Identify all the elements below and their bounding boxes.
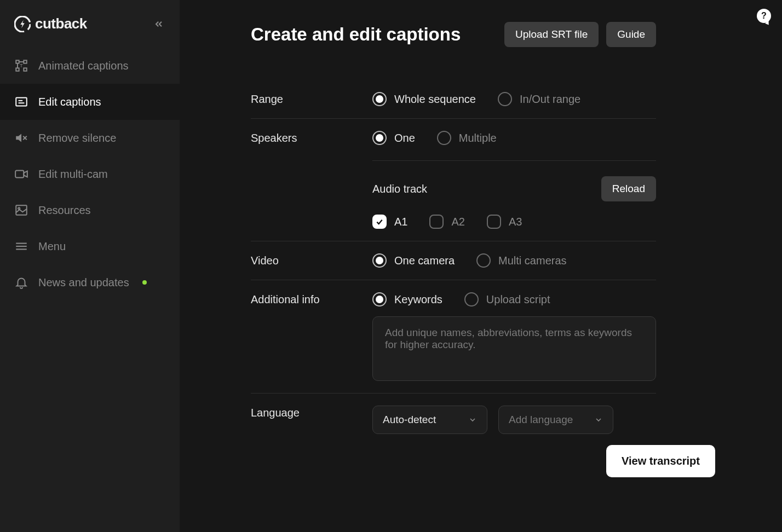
audio-track-label: Audio track — [372, 183, 427, 195]
radio-icon — [437, 131, 451, 145]
keywords-textarea[interactable] — [372, 316, 656, 381]
mute-icon — [14, 131, 28, 145]
checkbox-icon — [372, 215, 387, 229]
radio-icon — [372, 292, 387, 307]
language-add-select[interactable]: Add language — [498, 406, 613, 434]
main-panel: Create and edit captions Upload SRT file… — [180, 0, 782, 532]
bell-icon — [14, 275, 28, 290]
view-transcript-button[interactable]: View transcript — [606, 445, 715, 477]
svg-marker-11 — [16, 134, 21, 142]
sidebar-item-label: Remove silence — [38, 132, 116, 144]
sidebar-item-animated-captions[interactable]: T Animated captions — [0, 48, 180, 84]
logo-text: cutback — [35, 15, 87, 32]
image-icon — [14, 203, 28, 217]
checkbox-icon — [429, 215, 444, 229]
radio-label: Whole sequence — [394, 93, 476, 106]
audio-track-a2[interactable]: A2 — [429, 215, 464, 229]
chevron-down-icon — [594, 415, 603, 424]
sidebar-item-label: Menu — [38, 240, 66, 253]
radio-icon — [464, 292, 479, 307]
speakers-one-option[interactable]: One — [372, 131, 415, 145]
radio-icon — [498, 92, 512, 106]
audio-track-a3[interactable]: A3 — [487, 215, 522, 229]
sidebar-item-remove-silence[interactable]: Remove silence — [0, 120, 180, 156]
notification-dot-icon — [142, 280, 147, 285]
speakers-label: Speakers — [251, 131, 372, 144]
animated-captions-icon: T — [14, 59, 28, 73]
radio-icon — [372, 253, 387, 268]
additional-keywords-option[interactable]: Keywords — [372, 292, 442, 307]
select-value: Add language — [509, 414, 573, 426]
checkbox-icon — [487, 215, 501, 229]
speakers-multiple-option[interactable]: Multiple — [437, 131, 497, 145]
sidebar-item-label: Edit multi-cam — [38, 168, 108, 181]
sidebar-item-news[interactable]: News and updates — [0, 264, 180, 300]
sidebar-item-menu[interactable]: Menu — [0, 228, 180, 264]
checkbox-label: A1 — [394, 216, 407, 228]
video-section: Video One camera Multi cameras — [251, 241, 656, 280]
sidebar-item-resources[interactable]: Resources — [0, 192, 180, 228]
language-primary-select[interactable]: Auto-detect — [372, 406, 487, 434]
audio-track-a1[interactable]: A1 — [372, 215, 407, 229]
svg-rect-8 — [16, 97, 27, 106]
sidebar-item-label: Resources — [38, 204, 91, 217]
page-header: Create and edit captions Upload SRT file… — [251, 22, 656, 47]
language-section: Language Auto-detect Add language — [251, 394, 656, 446]
radio-label: Multiple — [459, 132, 497, 144]
sidebar-item-edit-multicam[interactable]: Edit multi-cam — [0, 156, 180, 192]
chevron-down-icon — [468, 415, 477, 424]
upload-srt-button[interactable]: Upload SRT file — [504, 22, 599, 47]
radio-label: Multi cameras — [498, 255, 566, 267]
video-label: Video — [251, 253, 372, 267]
svg-rect-2 — [24, 60, 26, 63]
svg-rect-14 — [15, 171, 24, 178]
chevron-double-left-icon — [153, 19, 164, 30]
guide-button[interactable]: Guide — [606, 22, 656, 47]
additional-info-label: Additional info — [251, 292, 372, 306]
edit-captions-icon — [14, 95, 28, 109]
checkbox-label: A2 — [451, 216, 464, 228]
help-button[interactable]: ? — [757, 9, 771, 23]
svg-rect-1 — [16, 60, 19, 63]
range-section: Range Whole sequence In/Out range — [251, 80, 656, 119]
sidebar-nav: T Animated captions Edit captions — [0, 48, 180, 300]
page-title: Create and edit captions — [251, 24, 461, 45]
radio-label: Keywords — [394, 293, 442, 306]
radio-label: One camera — [394, 255, 455, 267]
language-label: Language — [251, 406, 372, 419]
radio-label: In/Out range — [520, 93, 580, 106]
video-one-camera-option[interactable]: One camera — [372, 253, 455, 268]
sidebar-item-edit-captions[interactable]: Edit captions — [0, 84, 180, 120]
checkbox-label: A3 — [509, 216, 522, 228]
sidebar-item-label: News and updates — [38, 276, 129, 289]
select-value: Auto-detect — [383, 414, 436, 426]
svg-marker-15 — [24, 171, 27, 177]
radio-label: One — [394, 132, 415, 144]
additional-info-section: Additional info Keywords Upload script — [251, 280, 656, 394]
logo-icon — [14, 16, 31, 32]
speakers-section: Speakers One Multiple Audio track Rel — [251, 119, 656, 241]
video-multi-cameras-option[interactable]: Multi cameras — [476, 253, 566, 268]
range-label: Range — [251, 92, 372, 106]
video-icon — [14, 167, 28, 181]
radio-label: Upload script — [486, 293, 550, 306]
sidebar-item-label: Animated captions — [38, 60, 129, 72]
header-actions: Upload SRT file Guide — [504, 22, 656, 47]
svg-text:T: T — [20, 63, 23, 68]
sidebar-header: cutback — [0, 11, 180, 48]
svg-rect-4 — [24, 68, 26, 71]
range-whole-option[interactable]: Whole sequence — [372, 92, 476, 106]
svg-rect-3 — [16, 68, 19, 71]
radio-icon — [372, 92, 387, 106]
radio-icon — [372, 131, 387, 145]
reload-button[interactable]: Reload — [601, 176, 656, 201]
additional-upload-script-option[interactable]: Upload script — [464, 292, 550, 307]
sidebar: cutback T Animated captions — [0, 0, 180, 532]
sidebar-collapse-button[interactable] — [152, 18, 165, 31]
radio-icon — [476, 253, 491, 268]
logo[interactable]: cutback — [14, 15, 87, 32]
menu-icon — [14, 239, 28, 253]
sidebar-item-label: Edit captions — [38, 96, 101, 108]
range-inout-option[interactable]: In/Out range — [498, 92, 580, 106]
audio-track-subsection: Audio track Reload A1 A2 — [372, 160, 656, 229]
